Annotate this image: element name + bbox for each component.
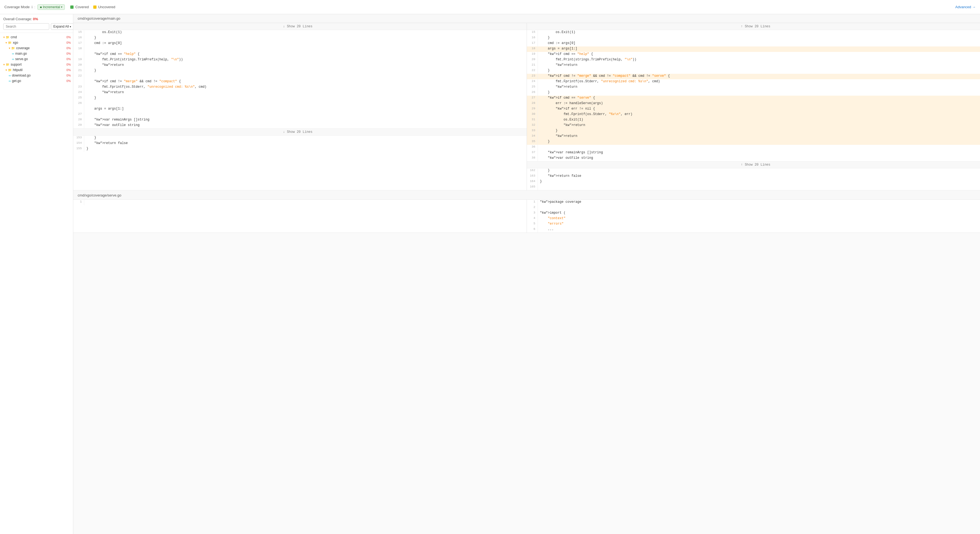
tree-item-pct: 0% [63,41,71,44]
line-content: args = args[1:] [538,46,980,52]
sidebar-header: Overall Coverage: 0% Expand All ▾ [0,14,73,33]
tree-item-label: httputil [13,68,63,72]
line-content [84,101,527,106]
show-lines-bar[interactable]: ↓ Show 20 Lines [73,129,527,135]
line-content: "kw">return [538,63,980,68]
tree-item-coverage[interactable]: ▾ 📁coverage0% [0,45,73,51]
line-number: 23 [527,74,538,79]
show-lines-left-button[interactable]: ↓ Show 20 Lines [283,130,313,134]
show-lines-right-button[interactable]: ↑ Show 20 Lines [741,25,770,29]
line-number: 20 [527,57,538,63]
show-lines-right-button[interactable]: ↑ Show 20 Lines [741,163,770,167]
line-number: 3 [527,211,538,216]
tree-item-label: download.go [12,73,63,77]
code-row: 26 [73,101,527,106]
advanced-link[interactable]: Advanced → [955,5,975,9]
tree-item-get-go[interactable]: ∞get.go0% [0,78,73,84]
code-row: 33 } [527,129,980,134]
line-number: 21 [73,68,84,74]
code-row: 21 } [73,68,527,74]
line-number: 154 [73,141,84,146]
code-row: 23 fmt.Fprintf(os.Stderr, "unrecognized … [73,85,527,90]
tree-item-support[interactable]: ▾ 📁support0% [0,62,73,67]
line-number: 32 [527,123,538,129]
overall-pct: 0% [33,17,38,21]
expand-all-button[interactable]: Expand All ▾ [51,23,73,30]
code-row: 21 "kw">return [527,63,980,68]
line-number: 24 [73,90,84,95]
line-number: 22 [527,68,538,74]
line-content: "kw">var outFile string [538,156,980,161]
line-number: 25 [73,95,84,101]
covered-legend-item: Covered [70,5,89,9]
uncovered-legend-item: Uncovered [93,5,115,9]
coverage-mode-label: Coverage Mode [5,5,30,9]
line-number: 5 [527,222,538,227]
line-content: fmt.Print(strings.TrimPrefix(help, "\n")… [84,57,527,63]
overall-coverage: Overall Coverage: 0% [3,17,70,21]
show-lines-bar[interactable]: ↓ Show 20 Lines [73,23,527,30]
code-row: 26 } [527,90,980,95]
line-content [84,46,527,52]
file-header: cmd/xgo/coverage/serve.go [73,191,980,200]
code-row: 29 "kw">var outFile string [73,123,527,129]
line-content: err := handleServe(args) [538,101,980,106]
left-pane: 1 [73,200,527,232]
search-input[interactable] [3,23,49,30]
line-number: 38 [527,156,538,161]
line-number: 37 [527,150,538,156]
tree-item-cmd[interactable]: ▾ 📁cmd0% [0,35,73,40]
show-lines-left-button[interactable]: ↓ Show 20 Lines [283,25,313,29]
show-lines-bar[interactable]: ↑ Show 20 Lines [527,161,980,168]
line-content: "kw">if cmd == "help" { [84,52,527,57]
line-content: "context" [538,216,980,222]
tree-item-pct: 0% [63,63,71,66]
code-row: 6 ... [527,227,980,232]
tree-item-serve-go[interactable]: ∞serve.go0% [0,56,73,62]
line-number: 26 [527,90,538,95]
line-content: } [84,146,527,152]
line-number [73,106,84,112]
code-row: 164} [527,179,980,185]
tree-item-xgo[interactable]: ▾ 📁xgo0% [0,40,73,45]
covered-legend-dot [70,5,73,9]
line-content: fmt.Fprintf(os.Stderr, "%v\n", err) [538,112,980,118]
line-number: 18 [527,46,538,52]
show-lines-bar[interactable]: ↑ Show 20 Lines [527,23,980,30]
line-content: } [84,135,527,141]
code-row: 16 } [527,35,980,41]
file-tree: ▾ 📁cmd0%▾ 📁xgo0%▾ 📁coverage0%∞main.go0%∞… [0,33,73,85]
code-row: 18 [73,46,527,52]
left-code-block: 1 [73,200,527,205]
line-content: } [538,168,980,174]
tree-item-main-go[interactable]: ∞main.go0% [0,51,73,56]
line-content: ... [538,227,980,232]
line-number: 155 [73,146,84,152]
mode-chevron-icon: ▾ [61,5,62,8]
line-content: "kw">return [538,85,980,90]
tree-item-download-go[interactable]: ∞download.go0% [0,73,73,78]
code-row: 163 "kw">return false [527,174,980,179]
line-content: } [538,179,980,185]
code-row: 38 "kw">var outFile string [527,156,980,161]
uncovered-legend-dot [93,5,97,9]
line-number: 2 [527,205,538,211]
tree-item-pct: 0% [63,68,71,72]
line-content: os.Exit(1) [538,118,980,123]
tree-item-label: serve.go [15,57,63,61]
right-code-block: 1"kw">package coverage23"kw">import (4 "… [527,200,980,232]
coverage-mode-button[interactable]: ■ Incremental ▾ [37,4,65,10]
line-content: args = args[1:] [84,106,527,112]
tree-item-httputil[interactable]: ▾ 📁httputil0% [0,67,73,73]
right-pane: ↑ Show 20 Lines15 os.Exit(1)16 }17 cmd :… [527,23,980,190]
line-number: 19 [73,57,84,63]
folder-icon: ▾ 📁 [3,63,10,67]
code-row: 162 } [527,168,980,174]
line-number: 27 [527,95,538,101]
line-number: 1 [73,200,84,205]
line-content [538,205,980,211]
line-number: 16 [527,35,538,41]
code-row: 17 cmd := args[0] [527,41,980,46]
line-content: "kw">if err != nil { [538,106,980,112]
line-content: "kw">return [84,63,527,68]
